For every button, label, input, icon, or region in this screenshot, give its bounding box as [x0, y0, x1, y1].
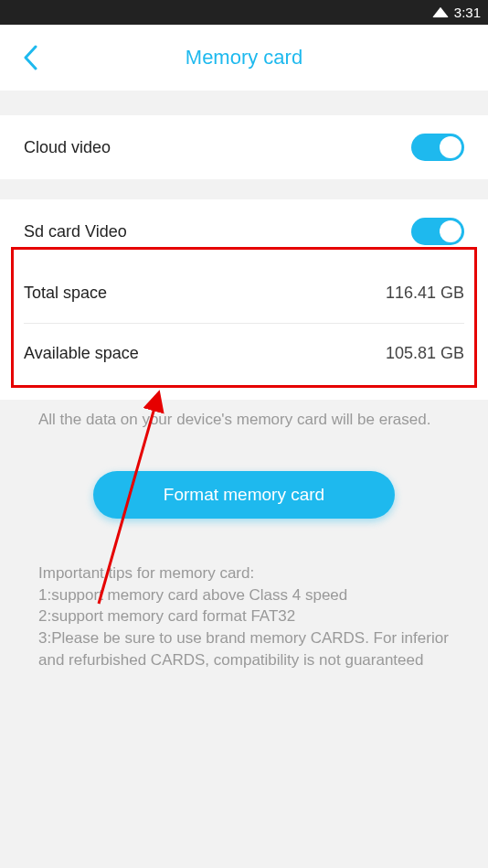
status-time: 3:31 — [454, 5, 481, 20]
page-title: Memory card — [186, 46, 302, 70]
total-space-label: Total space — [24, 284, 107, 303]
erase-note: All the data on your device's memory car… — [0, 409, 488, 431]
tips-title: Important tips for memory card: — [38, 563, 450, 584]
available-space-label: Available space — [24, 344, 139, 363]
chevron-left-icon — [23, 45, 37, 70]
tips-line-3: 3:Please be sure to use brand memory CAR… — [38, 627, 450, 671]
space-block: Total space 116.41 GB Available space 10… — [0, 263, 488, 400]
format-memory-card-button[interactable]: Format memory card — [93, 471, 395, 519]
available-space-value: 105.81 GB — [386, 344, 464, 363]
total-space-value: 116.41 GB — [386, 284, 464, 303]
total-space-row: Total space 116.41 GB — [0, 263, 488, 323]
spacer — [0, 400, 488, 409]
cloud-video-label: Cloud video — [24, 138, 111, 157]
sd-card-video-label: Sd card Video — [24, 222, 127, 241]
back-button[interactable] — [16, 44, 44, 71]
sd-card-video-toggle[interactable] — [411, 218, 464, 245]
header: Memory card — [0, 25, 488, 91]
available-space-row: Available space 105.81 GB — [0, 324, 488, 383]
cloud-video-toggle[interactable] — [411, 134, 464, 161]
tips-line-1: 1:support memory card above Class 4 spee… — [38, 584, 450, 606]
sd-card-video-row: Sd card Video — [0, 199, 488, 263]
status-bar: 3:31 — [0, 0, 488, 25]
tips-block: Important tips for memory card: 1:suppor… — [0, 519, 488, 671]
cloud-video-row: Cloud video — [0, 115, 488, 179]
wifi-icon — [432, 7, 449, 18]
padding — [0, 383, 488, 400]
spacer — [0, 91, 488, 115]
spacer — [0, 179, 488, 199]
tips-line-2: 2:support memory card format FAT32 — [38, 605, 450, 627]
